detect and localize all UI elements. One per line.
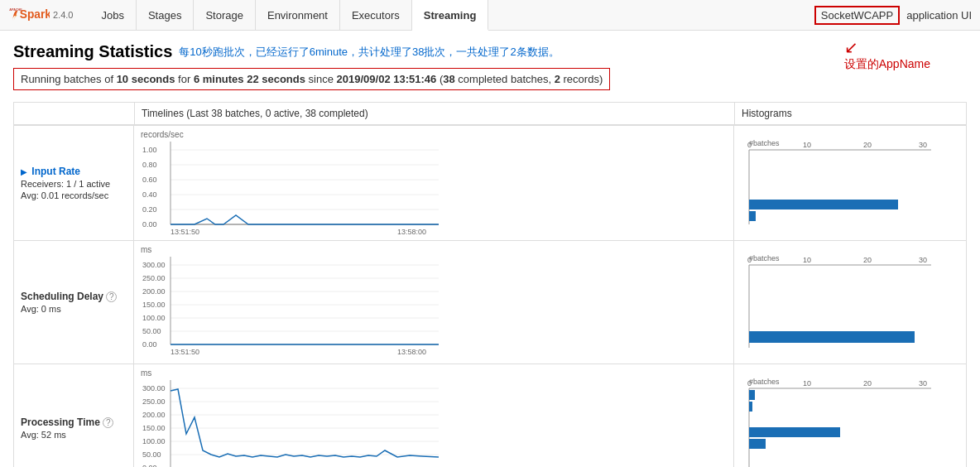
svg-text:300.00: 300.00: [142, 384, 166, 392]
svg-rect-79: [749, 390, 755, 400]
svg-text:200.00: 200.00: [142, 287, 166, 296]
svg-rect-81: [749, 427, 840, 437]
svg-text:0: 0: [747, 141, 752, 149]
svg-text:300.00: 300.00: [142, 261, 166, 269]
svg-text:30: 30: [919, 379, 927, 388]
scheduling-delay-name: Scheduling Delay ?: [21, 291, 127, 302]
collapse-arrow[interactable]: ▶: [21, 167, 27, 176]
status-bar: Running batches of 10 seconds for 6 minu…: [13, 68, 610, 90]
svg-text:50.00: 50.00: [142, 450, 161, 459]
processing-time-avg: Avg: 52 ms: [21, 430, 127, 440]
status-duration: 6 minutes 22 seconds: [194, 73, 305, 85]
svg-text:ms: ms: [141, 245, 151, 254]
status-since: since: [305, 73, 337, 85]
svg-text:250.00: 250.00: [142, 397, 166, 406]
svg-text:100.00: 100.00: [142, 437, 166, 445]
svg-text:0.00: 0.00: [142, 340, 157, 349]
app-name-box[interactable]: SocketWCAPP: [814, 6, 900, 25]
status-records-text: records): [560, 73, 603, 85]
right-annotation: ↙ 设置的AppName: [844, 37, 930, 72]
svg-text:1.00: 1.00: [142, 146, 157, 154]
svg-rect-82: [749, 439, 766, 449]
svg-text:10: 10: [803, 141, 811, 149]
scheduling-delay-help[interactable]: ?: [106, 291, 117, 302]
processing-time-name: Processing Time ?: [21, 416, 127, 428]
svg-text:250.00: 250.00: [142, 274, 166, 282]
svg-text:100.00: 100.00: [142, 314, 166, 322]
svg-text:#batches: #batches: [749, 254, 780, 262]
svg-text:50.00: 50.00: [142, 327, 161, 335]
svg-text:0.00: 0.00: [142, 464, 157, 467]
svg-text:13:51:50: 13:51:50: [171, 228, 199, 236]
input-rate-timeline: records/sec 1.00 0.80 0.60 0.40 0.20 0.0…: [134, 126, 734, 240]
stat-row-input-rate: ▶ Input Rate Receivers: 1 / 1 active Avg…: [14, 126, 966, 241]
svg-rect-53: [749, 331, 915, 343]
scheduling-delay-text: Scheduling Delay: [21, 291, 106, 302]
svg-text:30: 30: [919, 141, 927, 149]
svg-text:0: 0: [747, 256, 752, 264]
input-rate-link[interactable]: Input Rate: [31, 166, 80, 177]
svg-text:#batches: #batches: [749, 378, 780, 386]
svg-text:10: 10: [803, 256, 811, 264]
spark-version: 2.4.0: [53, 10, 73, 20]
page-title: Streaming Statistics: [13, 42, 172, 61]
svg-text:0.20: 0.20: [142, 205, 157, 214]
nav-storage[interactable]: Storage: [194, 0, 256, 31]
nav-links: Jobs Stages Storage Environment Executor…: [89, 0, 488, 31]
stat-row-scheduling-delay: Scheduling Delay ? Avg: 0 ms ms 300.00 2…: [14, 241, 966, 364]
annotation-arrow: ↙: [844, 37, 930, 57]
processing-time-help[interactable]: ?: [103, 417, 113, 428]
page-subtitle: 每10秒跑批次，已经运行了6minute，共计处理了38批次，一共处理了2条数据…: [179, 45, 559, 60]
svg-text:30: 30: [919, 256, 927, 264]
status-records: 2: [555, 73, 560, 85]
nav-stages[interactable]: Stages: [137, 0, 194, 31]
status-completed-text: completed batches,: [455, 73, 555, 85]
svg-text:0.00: 0.00: [142, 220, 157, 229]
input-rate-avg: Avg: 0.01 records/sec: [21, 190, 127, 200]
svg-text:13:58:00: 13:58:00: [397, 228, 426, 236]
nav-streaming[interactable]: Streaming: [412, 0, 489, 31]
navbar: Spark APACHE 2.4.0 Jobs Stages Storage E…: [0, 0, 980, 31]
stats-section: Timelines (Last 38 batches, 0 active, 38…: [13, 102, 967, 467]
svg-text:20: 20: [863, 141, 872, 149]
nav-jobs[interactable]: Jobs: [89, 0, 136, 31]
header-histograms: Histograms: [734, 103, 966, 125]
input-rate-histogram: #batches 0 10 20 30: [734, 126, 966, 240]
svg-text:0.40: 0.40: [142, 190, 157, 199]
svg-text:0.80: 0.80: [142, 161, 157, 169]
input-rate-name: ▶ Input Rate: [21, 166, 127, 177]
status-prefix: Running batches of: [21, 73, 117, 85]
status-for: for: [175, 73, 193, 85]
header-timelines: Timelines (Last 38 batches, 0 active, 38…: [134, 103, 734, 125]
svg-rect-26: [749, 200, 898, 209]
svg-text:20: 20: [863, 379, 872, 388]
svg-text:0: 0: [747, 379, 752, 388]
brand: Spark APACHE 2.4.0: [8, 3, 73, 26]
stats-header: Timelines (Last 38 batches, 0 active, 38…: [14, 103, 966, 126]
annotation-label: 设置的AppName: [844, 57, 930, 72]
processing-time-histogram: #batches 0 10 20 30: [734, 364, 966, 467]
svg-rect-27: [749, 211, 756, 221]
svg-text:13:58:00: 13:58:00: [397, 348, 426, 356]
scheduling-delay-label: Scheduling Delay ? Avg: 0 ms: [14, 241, 134, 363]
spark-logo: Spark APACHE: [8, 3, 50, 26]
app-ui-label: application UI: [906, 9, 972, 22]
processing-time-timeline: ms 300.00 250.00 200.00 150.00 100.00 50…: [134, 364, 734, 467]
svg-text:150.00: 150.00: [142, 301, 166, 309]
svg-rect-80: [749, 402, 752, 412]
scheduling-delay-avg: Avg: 0 ms: [21, 304, 127, 314]
nav-executors[interactable]: Executors: [340, 0, 412, 31]
status-time: 2019/09/02 13:51:46: [337, 73, 437, 85]
nav-environment[interactable]: Environment: [256, 0, 340, 31]
page-title-row: Streaming Statistics 每10秒跑批次，已经运行了6minut…: [13, 42, 967, 61]
stat-row-processing-time: Processing Time ? Avg: 52 ms ms 300.00 2…: [14, 364, 966, 467]
status-completed: 38: [443, 73, 454, 85]
scheduling-delay-histogram: #batches 0 10 20 30: [734, 241, 966, 363]
svg-text:150.00: 150.00: [142, 424, 166, 432]
svg-text:200.00: 200.00: [142, 411, 166, 419]
status-interval: 10 seconds: [117, 73, 175, 85]
header-left: [14, 103, 134, 125]
svg-text:13:51:50: 13:51:50: [171, 348, 199, 356]
svg-text:10: 10: [803, 379, 811, 388]
main-content: Streaming Statistics 每10秒跑批次，已经运行了6minut…: [0, 31, 980, 467]
